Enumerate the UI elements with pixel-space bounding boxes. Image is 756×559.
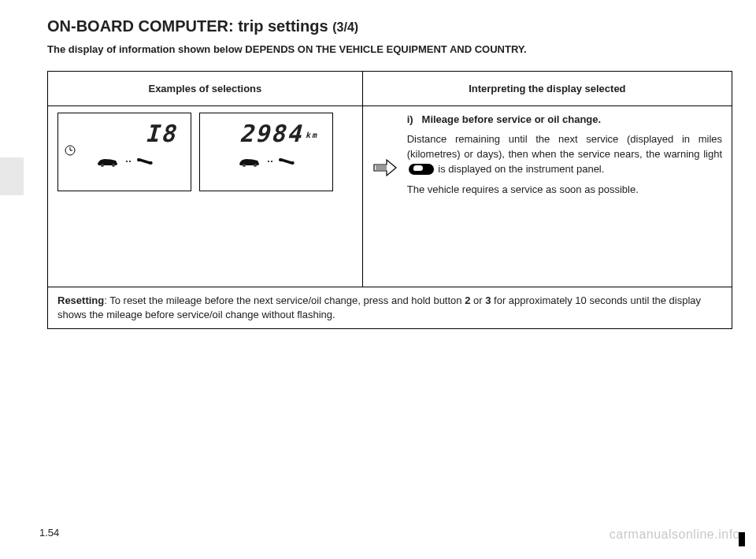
para-2: The vehicle requires a service as soon a… [407,183,722,198]
lcd-display-right: 2984km [199,113,333,191]
wrench-icon [278,157,295,166]
para-1: Distance remaining until the next servic… [407,132,722,177]
item-label: i) [407,113,413,125]
item-title: Mileage before service or oil change. [422,113,602,125]
title-pager: (3/4) [332,20,358,34]
wrench-icon [136,157,154,166]
table-header-row: Examples of selections Interpreting the … [48,72,732,106]
lcd-right-value: 2984km [206,120,326,147]
header-interpret: Interpreting the display selected [362,72,732,106]
page-number: 1.54 [39,527,59,539]
svg-point-10 [271,161,272,162]
para-1a: Distance remaining until the next servic… [407,133,722,160]
page-title: ON-BOARD COMPUTER: trip settings (3/4) [47,17,732,35]
page-content: ON-BOARD COMPUTER: trip settings (3/4) T… [0,0,756,329]
interpret-text: i) Mileage before service or oil change.… [407,113,722,204]
interpret-cell: i) Mileage before service or oil change.… [362,106,732,287]
subtitle: The display of information shown below D… [47,43,732,55]
title-main: ON-BOARD COMPUTER: trip settings [47,17,328,35]
header-examples: Examples of selections [48,72,363,106]
table-content-row: I8 [48,106,732,287]
svg-point-7 [243,164,246,167]
svg-point-9 [268,161,269,162]
car-service-icon-left [65,155,184,168]
svg-point-4 [112,164,115,167]
lcd-display-left: I8 [57,113,191,191]
svg-point-5 [126,161,128,162]
svg-point-8 [254,164,257,167]
examples-cell: I8 [48,106,363,287]
reset-label: Resetting [57,294,104,306]
clock-icon [65,145,76,156]
table-reset-row: Resetting: To reset the mileage before t… [48,287,732,329]
warning-light-icon [409,164,434,175]
lcd-right-number: 2984 [239,120,302,147]
reset-text-b: or [470,294,485,306]
car-service-icon-right [206,155,326,168]
svg-point-3 [101,164,104,167]
svg-point-6 [129,161,131,162]
lcd-right-units: km [306,131,318,139]
corner-mark [739,532,745,546]
main-table: Examples of selections Interpreting the … [47,71,732,329]
item-heading: i) Mileage before service or oil change. [407,113,722,128]
lcd-left-value: I8 [65,120,184,147]
side-tab [0,157,24,195]
reset-cell: Resetting: To reset the mileage before t… [48,287,732,329]
reset-text-a: : To reset the mileage before the next s… [104,294,465,306]
watermark: carmanualsonline.info [610,528,740,542]
para-1b: is displayed on the instrument panel. [435,163,605,175]
arrow-icon [372,113,398,204]
